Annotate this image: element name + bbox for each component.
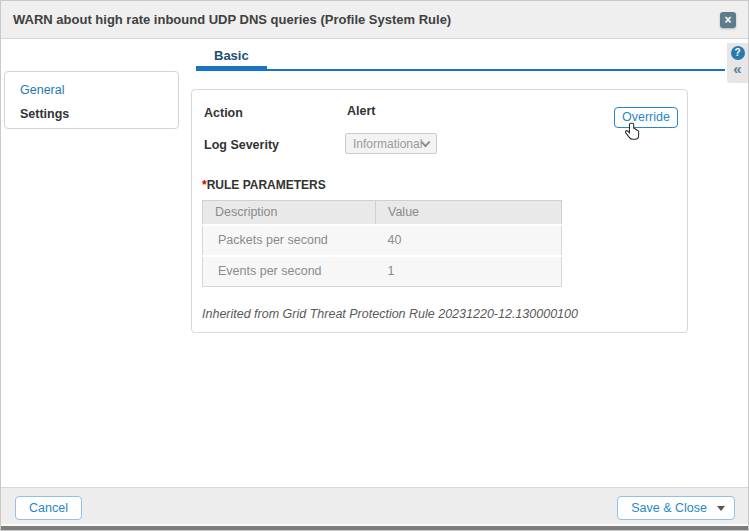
table-header-row: Description Value <box>203 201 562 225</box>
help-icon[interactable]: ? <box>731 46 745 60</box>
param-value: 1 <box>376 256 562 287</box>
dialog-footer: Cancel Save & Close <box>1 487 748 525</box>
rule-parameters-header: *RULE PARAMETERS <box>202 178 326 192</box>
param-description: Events per second <box>203 256 376 287</box>
hand-cursor-icon <box>622 122 643 143</box>
sidebar-item-general[interactable]: General <box>20 83 178 97</box>
table-row: Events per second 1 <box>203 256 562 287</box>
action-value: Alert <box>347 104 375 118</box>
close-icon[interactable]: × <box>720 12 736 28</box>
help-strip: ? « <box>727 43 748 83</box>
save-close-dropdown-arrow[interactable] <box>717 506 725 511</box>
column-header-description: Description <box>203 201 376 225</box>
dialog-title: WARN about high rate inbound UDP DNS que… <box>13 12 451 27</box>
table-row: Packets per second 40 <box>203 225 562 256</box>
settings-panel: Action Alert Override Log Severity Infor… <box>191 89 688 333</box>
action-label: Action <box>204 106 243 120</box>
param-description: Packets per second <box>203 225 376 256</box>
rule-dialog: WARN about high rate inbound UDP DNS que… <box>0 0 749 531</box>
log-severity-value: Informational <box>353 137 422 151</box>
dialog-titlebar: WARN about high rate inbound UDP DNS que… <box>1 1 748 39</box>
save-close-label: Save & Close <box>631 501 707 515</box>
cancel-button[interactable]: Cancel <box>15 496 82 520</box>
dialog-sidebar: General Settings <box>4 71 179 129</box>
inherited-note: Inherited from Grid Threat Protection Ru… <box>202 307 578 321</box>
rule-parameters-table: Description Value Packets per second 40 … <box>202 200 562 287</box>
sidebar-item-settings[interactable]: Settings <box>20 107 178 121</box>
window-bottom-edge <box>1 524 748 530</box>
tab-basic[interactable]: Basic <box>196 39 267 69</box>
collapse-panel-icon[interactable]: « <box>733 61 741 77</box>
tab-bar: Basic <box>196 39 725 71</box>
log-severity-label: Log Severity <box>204 138 279 152</box>
column-header-value: Value <box>376 201 562 225</box>
save-close-button[interactable]: Save & Close <box>617 496 735 520</box>
param-value: 40 <box>376 225 562 256</box>
log-severity-select[interactable]: Informational <box>345 133 437 154</box>
